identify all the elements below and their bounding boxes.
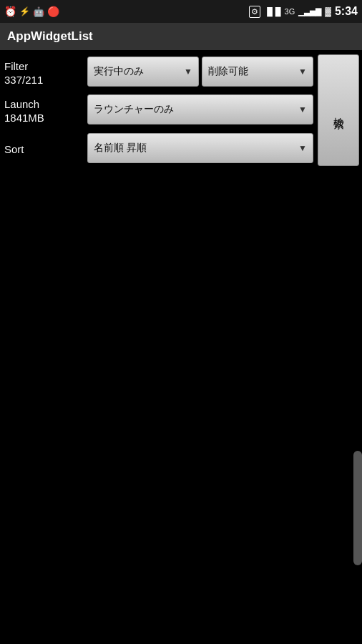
scrollbar[interactable]	[353, 451, 362, 565]
search-button[interactable]: 検索	[318, 54, 359, 166]
title-bar: AppWidgetList	[0, 23, 362, 50]
usb-icon: ⚡	[19, 6, 30, 16]
android-icon: 🤖	[33, 6, 44, 17]
filter-label: Filter	[4, 59, 84, 74]
3g-icon: 3G	[285, 7, 295, 16]
launch-dropdown[interactable]: ラウンチャーのみ ▼	[87, 94, 313, 125]
notification-icon: 🔴	[47, 6, 59, 17]
launch-text: ラウンチャーのみ	[94, 103, 174, 116]
sort-arrow: ▼	[298, 143, 307, 153]
sort-label: Sort	[4, 142, 84, 157]
signal-bars-icon: ▐▌█	[264, 7, 280, 16]
filter-status-text: 実行中のみ	[94, 65, 144, 78]
main-content: Filter 337/211 Launch 1841MB Sort 実行中のみ	[0, 50, 362, 167]
status-left-icons: ⏰ ⚡ 🤖 🔴	[4, 6, 59, 17]
sort-text: 名前順 昇順	[94, 142, 147, 155]
search-button-label: 検索	[332, 109, 346, 112]
sort-line: 名前順 昇順 ▼	[84, 129, 316, 167]
sort-dropdown[interactable]: 名前順 昇順 ▼	[87, 133, 313, 163]
filter-count: 337/211	[4, 73, 84, 87]
network-icon: ⚙	[249, 6, 260, 18]
sort-label-block: Sort	[0, 129, 84, 167]
launch-size: 1841MB	[4, 111, 84, 125]
filter-launch-sort-col: 実行中のみ ▼ 削除可能 ▼ ラウンチャーのみ ▼	[84, 50, 316, 167]
filter-delete-arrow: ▼	[298, 67, 307, 77]
launch-line: ラウンチャーのみ ▼	[84, 90, 316, 129]
time-display: 5:34	[335, 5, 358, 18]
filter-line: 実行中のみ ▼ 削除可能 ▼	[84, 50, 316, 90]
alarm-icon: ⏰	[4, 6, 16, 17]
launch-label-block: Launch 1841MB	[0, 90, 84, 129]
battery-icon: ▓	[325, 6, 331, 16]
filter-delete-text: 削除可能	[208, 65, 248, 78]
status-bar: ⏰ ⚡ 🤖 🔴 ⚙ ▐▌█ 3G ▁▃▅▇ ▓ 5:34	[0, 0, 362, 23]
filter-search-row: 実行中のみ ▼ 削除可能 ▼ ラウンチャーのみ ▼	[84, 50, 362, 167]
filter-delete-dropdown[interactable]: 削除可能 ▼	[202, 57, 313, 87]
launch-arrow: ▼	[298, 104, 307, 114]
wifi-icon: ▁▃▅▇	[298, 7, 321, 16]
launch-label: Launch	[4, 97, 84, 112]
right-controls: 実行中のみ ▼ 削除可能 ▼ ラウンチャーのみ ▼	[84, 50, 362, 167]
filter-label-block: Filter 337/211	[0, 50, 84, 90]
controls-area: Filter 337/211 Launch 1841MB Sort 実行中のみ	[0, 50, 362, 167]
filter-status-arrow: ▼	[184, 67, 192, 77]
search-button-container: 検索	[316, 50, 362, 167]
left-labels: Filter 337/211 Launch 1841MB Sort	[0, 50, 84, 167]
app-title: AppWidgetList	[7, 29, 93, 44]
filter-status-dropdown[interactable]: 実行中のみ ▼	[87, 57, 199, 87]
status-right-icons: ⚙ ▐▌█ 3G ▁▃▅▇ ▓ 5:34	[249, 5, 358, 18]
